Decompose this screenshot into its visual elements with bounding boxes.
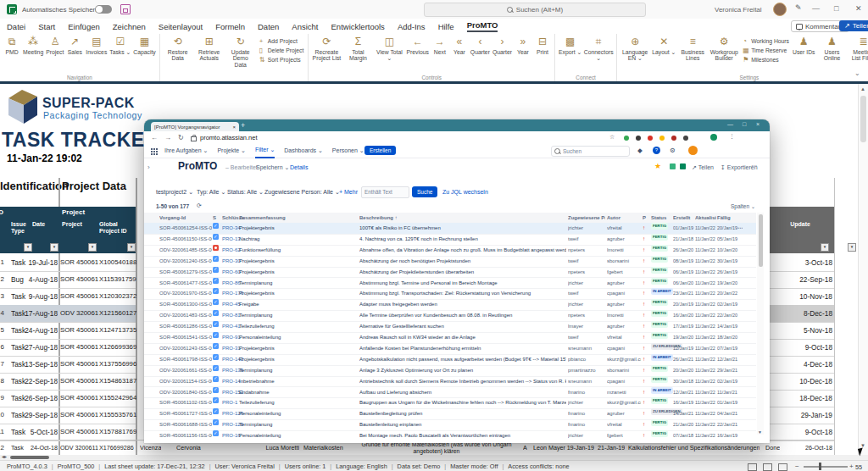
help-icon[interactable]: ? [653,147,660,154]
search-submit-button[interactable]: Suche [412,186,437,197]
jira-issue-row[interactable]: SOR-450061254-ISS-001PRO-34Projektergebn… [144,223,756,235]
forward-icon[interactable]: → [164,134,171,141]
jira-nav-personen[interactable]: Personen ⌄ [332,144,364,158]
create-button[interactable]: Erstellen [364,146,396,155]
jira-share-button[interactable]: ↗ Teilen [692,164,714,171]
menu-tab-start[interactable]: Start [38,22,55,31]
zoom-in-button[interactable]: + [849,463,854,470]
jira-issue-row[interactable]: SOR-450061798-ISS-001PRO-142Projektergeb… [144,354,756,366]
menu-tab-daten[interactable]: Daten [258,22,279,31]
sort-projects-button[interactable]: ⇅Sort Projects [259,56,304,64]
app-switcher-icon[interactable] [151,148,153,150]
close-button[interactable]: ✕ [855,4,862,13]
project-button[interactable]: ♙Project [45,36,64,55]
excel-search-box[interactable]: Suchen (Alt+M) [424,3,646,17]
year-button[interactable]: »Year [514,36,532,55]
working-hours-button[interactable]: ◔Working Hours [743,37,789,45]
extension-icon[interactable] [671,136,676,141]
filter-dropdown-icon[interactable]: ▾ [127,243,136,252]
invoices-button[interactable]: ▤Invoices [85,36,108,55]
jira-issue-row[interactable]: ODV-320061240-ISS-001PRO-30Projektergebn… [144,256,756,268]
extension-icon[interactable] [683,136,688,141]
jira-issue-row[interactable]: ODV-320061840-ISS-001PRO-153EndabnahmeAu… [144,387,756,399]
menu-tab-zeichnen[interactable]: Zeichnen [113,22,146,31]
language-en-button[interactable]: ⊕Language EN ⌄ [620,36,650,62]
more-filters-link[interactable]: + Mehr [339,189,358,195]
menu-tab-seitenlayout[interactable]: Seitenlayout [159,22,203,31]
filter-dropdown-icon[interactable]: ▾ [821,243,829,252]
detail-view-icon[interactable] [680,163,686,169]
autosave-toggle[interactable] [95,5,112,14]
column-header-vorgang-id[interactable]: Vorgang-Id [159,213,212,223]
refresh-icon[interactable]: ⟳ [197,202,202,209]
meeting-list-filter-button[interactable]: ≣Meeting List Filter [848,36,868,62]
print-button[interactable]: ⊟Print [533,36,552,55]
extension-icon[interactable] [624,136,629,141]
jira-issue-row[interactable]: SOR-450061279-ISS-001PRO-60Projektergebn… [144,267,756,279]
quarter-button[interactable]: ‹Quarter [470,36,491,55]
back-icon[interactable]: ← [151,134,158,141]
page-break-view-icon[interactable] [778,463,787,471]
table-row[interactable]: 2Bug4-Aug-18SOR 450061105X115391759 [0,271,136,289]
jira-issue-row[interactable]: SOR-450061477-ISS-001PRO-86Terminplanung… [144,278,756,290]
milestones-button[interactable]: ⚑Milestones [743,56,789,64]
time-reserve-button[interactable]: ▦Time Reserve [743,47,789,54]
table-row[interactable]: 6Task27-Aug-18SOR 450061127X126699369 [0,339,136,357]
more-options-icon[interactable]: ⋯ [751,163,757,169]
browser-profile-icon[interactable] [710,134,717,141]
menu-tab-add-ins[interactable]: Add-Ins [398,22,426,31]
column-header-zusammenfassung[interactable]: Zusammenfassung [239,213,358,223]
page-layout-view-icon[interactable] [763,463,772,471]
jira-issue-row[interactable]: SOR-450061727-ISS-001PRO-126Personaleint… [144,408,756,420]
table-row[interactable]: 4Task17-Aug-18ODV 320061114X121560127 [0,305,136,323]
column-header-beschreibung[interactable]: Beschreibung ↑ [359,213,566,223]
pencil-icon[interactable]: ✎ [795,3,802,12]
recreate-project-list-button[interactable]: ⟳Recreate Project List [311,36,342,62]
filter-dropdown-icon[interactable]: ▾ [848,243,856,252]
jira-issue-row[interactable]: SOR-450061156-ISS-001PRO-16Personaleinte… [144,430,756,441]
column-header-f-llig[interactable]: Fällig [717,213,738,223]
browser-titlebar[interactable]: [ProMTO] Vorgangsnavigator × + — □ × [144,119,770,131]
table-row[interactable]: 1Task19-Jul-18SOR 450061023X100540188 [0,254,136,272]
browser-tab[interactable]: [ProMTO] Vorgangsnavigator × [151,122,239,131]
next-button[interactable]: →Next [431,36,449,55]
extension-icon[interactable] [648,136,653,141]
tab-close-icon[interactable]: × [232,125,236,130]
jira-search-box[interactable]: Suchen [551,146,630,157]
settings-gear-icon[interactable]: ⚙ [670,147,676,154]
table-row[interactable]: 10Task29-Sep-18SOR 450061148X155535761 [0,407,136,424]
jira-issue-row[interactable]: SOR-450061541-ISS-001PRO-91Personaleinte… [144,332,756,344]
export-button[interactable]: ▩Export ⌄ [558,36,582,55]
business-lines-button[interactable]: ≡Business Lines [677,36,708,62]
total-margin-button[interactable]: ΣTotal Margin [342,36,373,62]
menu-tab-formeln[interactable]: Formeln [215,22,245,31]
jira-avatar[interactable] [688,146,698,155]
jira-scroll-down-icon[interactable]: ▼ [758,429,762,435]
zoom-level[interactable]: 55 % [855,463,868,471]
filter-dropdown-icon[interactable]: ▾ [24,243,32,252]
column-header-aktualisiert[interactable]: Aktualisiert [695,213,716,223]
zoom-out-button[interactable]: − [795,463,799,470]
jira-issue-row[interactable]: SOR-450061150-ISS-001PRO-13Nachtrag4. Na… [144,234,756,246]
capacity-button[interactable]: ▦Capacity [132,36,156,55]
add-project-button[interactable]: +Add Project [259,37,304,45]
column-header-erstellt[interactable]: Erstellt [673,213,694,223]
jira-issue-row[interactable]: SOR-450061286-ISS-001PRO-41Teilezuliefer… [144,321,756,333]
jira-issue-row[interactable]: ODV-320061243-ISS-001PRO-31Projektergebn… [144,343,756,355]
delete-project-button[interactable]: ▯Delete Project [259,47,304,54]
scrollbar-thumb[interactable] [860,96,866,142]
column-header-autor[interactable]: Autor [607,213,641,223]
url-field[interactable]: promto.atlassian.net [200,134,258,141]
zoom-slider[interactable] [804,466,848,468]
retrieve-actuals-button[interactable]: ⊞Retrieve Actuals [194,36,225,62]
extension-icon[interactable] [659,136,665,141]
menu-tab-promto[interactable]: ProMTO [467,20,498,32]
jira-issue-row[interactable]: ODV-320061970-ISS-001PRO-176Projektergeb… [144,288,756,300]
jira-issue-row[interactable]: ODV-320061661-ISS-001PRO-136Terminplanun… [144,365,756,377]
details-link[interactable]: Details [290,164,308,170]
pmd-button[interactable]: ⧉PMD [3,36,21,55]
menu-tab-ansicht[interactable]: Ansicht [292,22,318,31]
workgroup-builder-button[interactable]: ⚙Workgroup Builder [709,36,739,62]
jira-issue-row[interactable]: ODV-320061483-ISS-001PRO-81Terminplanung… [144,310,756,322]
user-ids-button[interactable]: ♟User IDs [792,36,815,55]
